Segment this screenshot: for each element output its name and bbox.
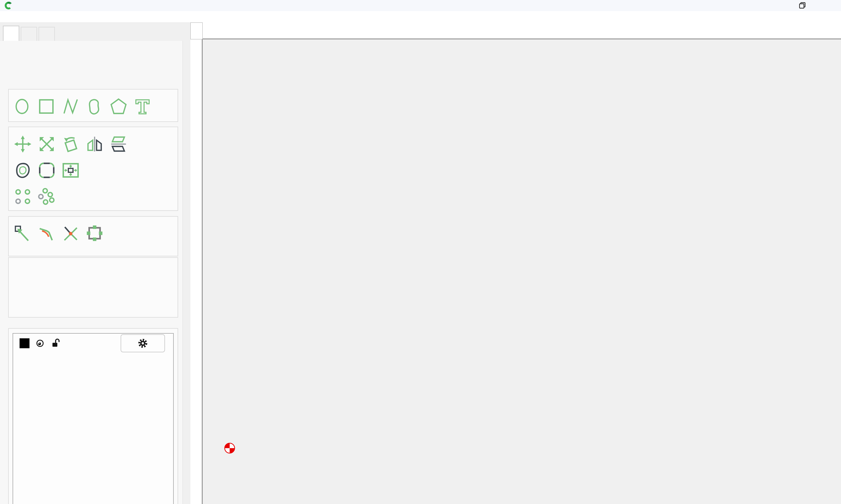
ruler-top (203, 22, 841, 39)
polygon-tool-icon[interactable] (109, 97, 128, 116)
carbide-create-logo-icon (4, 1, 12, 10)
layers-group (8, 328, 178, 504)
ruler-left (190, 39, 203, 504)
create-vector-group (8, 89, 178, 122)
layer-visibility-eye-icon[interactable] (34, 338, 46, 349)
title-bar (0, 0, 841, 11)
curve-tool-icon[interactable] (85, 97, 104, 116)
circle-tool-icon[interactable] (14, 97, 32, 116)
layer-unlocked-icon[interactable] (51, 338, 62, 349)
sidebar-tab-bar (3, 26, 56, 41)
trim-vectors-tool-icon[interactable] (61, 224, 80, 243)
node-edit-tool-icon[interactable] (14, 224, 32, 243)
menu-bar (0, 11, 841, 23)
scale-tool-icon[interactable] (37, 135, 56, 154)
polyline-tool-icon[interactable] (61, 97, 80, 116)
design-canvas[interactable] (203, 39, 841, 504)
fillet-corners-tool-icon[interactable] (37, 161, 56, 180)
rectangle-tool-icon[interactable] (37, 97, 56, 116)
edit-group (8, 216, 178, 256)
rotate-tool-icon[interactable] (61, 135, 80, 154)
application-window (0, 0, 841, 504)
transform-group (8, 127, 178, 211)
fit-to-stock-tool-icon[interactable] (61, 161, 80, 180)
tab-toolpaths[interactable] (38, 27, 55, 41)
align-tool-icon[interactable] (14, 187, 32, 206)
info-group (8, 257, 178, 318)
layer-settings-button[interactable] (121, 334, 165, 352)
nest-tool-icon[interactable] (37, 187, 56, 206)
fillet-node-tool-icon[interactable] (37, 224, 56, 243)
restore-icon (799, 2, 806, 9)
mirror-vertical-tool-icon[interactable] (109, 135, 128, 154)
design-sidebar (0, 41, 183, 504)
close-button[interactable] (815, 0, 841, 11)
minimize-button[interactable] (764, 0, 790, 11)
origin-marker[interactable] (225, 443, 235, 453)
ruler-corner-box (190, 22, 203, 39)
text-tool-icon[interactable] (133, 97, 152, 116)
offset-tool-icon[interactable] (14, 161, 32, 180)
layer-row-default[interactable] (13, 334, 173, 353)
move-tool-icon[interactable] (14, 135, 32, 154)
gear-icon (137, 337, 149, 349)
mirror-horizontal-tool-icon[interactable] (85, 135, 104, 154)
restore-button[interactable] (790, 0, 815, 11)
layer-color-swatch[interactable] (20, 338, 30, 348)
tab-model[interactable] (21, 27, 37, 41)
layer-list (13, 333, 174, 504)
resize-handles-tool-icon[interactable] (85, 224, 104, 243)
tab-design[interactable] (3, 26, 19, 41)
